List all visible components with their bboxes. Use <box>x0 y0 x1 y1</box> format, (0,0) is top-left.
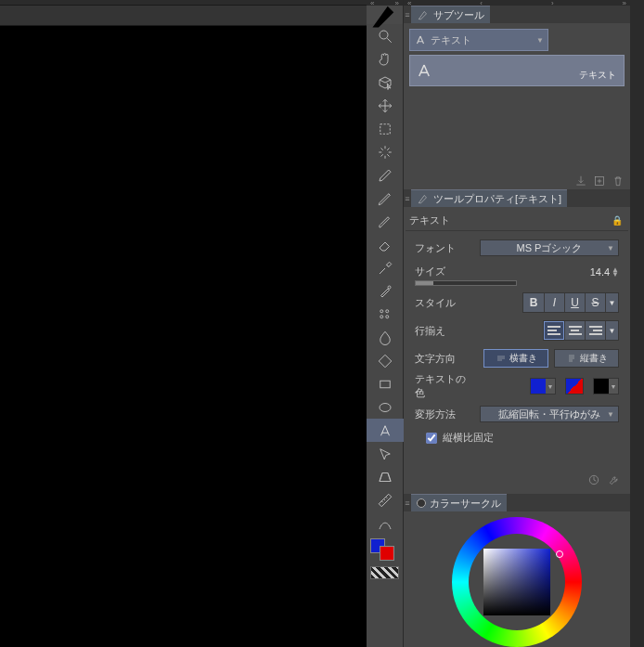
subtool-item-text[interactable]: テキスト <box>409 55 625 86</box>
tool-fill[interactable] <box>367 326 404 349</box>
main-toolbar: «» <box>367 0 404 647</box>
import-icon[interactable] <box>574 175 587 188</box>
tool-property-tab-label: ツールプロパティ[テキスト] <box>433 192 561 206</box>
tool-move[interactable] <box>367 94 404 117</box>
tool-bucket-pattern[interactable] <box>367 303 404 326</box>
chevron-down-icon: ▼ <box>607 244 614 252</box>
italic-button[interactable]: I <box>544 293 564 312</box>
tool-3d-cursor[interactable] <box>367 71 404 94</box>
size-slider[interactable] <box>415 280 517 286</box>
svg-point-2 <box>388 286 391 289</box>
direction-horizontal-button[interactable]: 横書き <box>483 349 548 368</box>
color-circle-tab-label: カラーサークル <box>430 497 501 511</box>
tool-marquee[interactable] <box>367 117 404 140</box>
reset-icon[interactable] <box>587 473 600 486</box>
align-right-button[interactable] <box>585 321 605 340</box>
text-color-black[interactable]: ▼ <box>593 378 619 395</box>
aspect-lock-checkbox[interactable] <box>426 433 437 444</box>
lock-icon[interactable]: 🔒 <box>612 215 623 226</box>
style-label: スタイル <box>415 296 472 310</box>
tool-perspective[interactable] <box>367 465 404 488</box>
size-value[interactable]: 14.4 <box>573 266 610 278</box>
underline-button[interactable]: U <box>564 293 585 312</box>
tool-wand[interactable] <box>367 140 404 163</box>
color-circle-tab[interactable]: カラーサークル <box>411 494 507 511</box>
add-icon[interactable] <box>593 175 606 188</box>
tool-rect[interactable] <box>367 372 404 395</box>
transform-select[interactable]: 拡縮回転・平行ゆがみ ▼ <box>480 406 619 422</box>
canvas-area <box>0 0 367 647</box>
color-swatches[interactable] <box>367 537 403 564</box>
svg-point-4 <box>386 309 389 312</box>
svg-point-3 <box>380 309 383 312</box>
text-color-sub[interactable] <box>565 378 584 395</box>
chevron-down-icon: ▼ <box>607 410 614 419</box>
panel-grip-icon[interactable]: ≡ <box>404 189 411 207</box>
size-stepper[interactable]: ▲▼ <box>612 267 619 277</box>
color-sv-square[interactable] <box>483 549 550 615</box>
svg-point-6 <box>386 315 389 317</box>
align-more-button[interactable]: ▼ <box>605 321 618 340</box>
tool-text[interactable] <box>367 419 404 442</box>
transform-value: 拡縮回転・平行ゆがみ <box>498 408 600 421</box>
font-select[interactable]: MS Pゴシック ▼ <box>480 239 619 256</box>
align-left-button[interactable] <box>544 321 564 340</box>
background-color-swatch[interactable] <box>380 546 394 561</box>
subtool-tab-label: サブツール <box>433 8 484 22</box>
tool-diamond[interactable] <box>367 349 404 372</box>
panel-grip-icon[interactable]: ≡ <box>404 494 411 511</box>
transform-label: 変形方法 <box>415 408 472 421</box>
text-color-main[interactable]: ▼ <box>530 378 556 395</box>
active-tool-indicator <box>367 6 403 24</box>
style-more-button[interactable]: ▼ <box>605 293 618 312</box>
tool-eraser[interactable] <box>367 233 404 256</box>
chevron-down-icon: ▼ <box>536 36 544 45</box>
prop-header-label: テキスト <box>409 214 450 227</box>
tool-property-tab[interactable]: ツールプロパティ[テキスト] <box>411 189 567 207</box>
direction-vertical-button[interactable]: 縦書き <box>554 349 619 368</box>
tool-brush[interactable] <box>367 210 404 233</box>
tool-hand[interactable] <box>367 47 404 71</box>
svg-rect-1 <box>380 123 391 134</box>
subtool-selector[interactable]: テキスト ▼ <box>409 29 548 51</box>
tool-ruler-2[interactable] <box>367 511 404 535</box>
tool-pen[interactable] <box>367 163 404 187</box>
font-value: MS Pゴシック <box>517 241 583 255</box>
align-center-button[interactable] <box>564 321 585 340</box>
tool-pencil[interactable] <box>367 187 404 210</box>
size-label: サイズ <box>415 265 472 278</box>
panel-grip-icon[interactable]: ≡ <box>404 6 411 23</box>
subtool-selector-label: テキスト <box>431 33 471 47</box>
wrench-icon[interactable] <box>608 473 621 486</box>
svg-point-0 <box>380 31 388 39</box>
tool-ruler-1[interactable] <box>367 488 404 511</box>
text-color-label: テキストの色 <box>415 372 472 400</box>
font-label: フォント <box>415 241 472 255</box>
tool-color-mix[interactable] <box>367 279 404 303</box>
align-label: 行揃え <box>415 324 472 338</box>
subtool-item-label: テキスト <box>579 69 616 82</box>
direction-label: 文字方向 <box>415 352 472 366</box>
strike-button[interactable]: S <box>585 293 605 312</box>
canvas-viewport[interactable] <box>0 26 367 647</box>
tool-ellipse[interactable] <box>367 395 404 419</box>
bold-button[interactable]: B <box>523 293 544 312</box>
tool-eyedropper[interactable] <box>367 256 404 279</box>
svg-rect-7 <box>380 381 391 388</box>
aspect-lock-label: 縦横比固定 <box>443 431 494 445</box>
tool-arrow[interactable] <box>367 442 404 465</box>
svg-point-8 <box>380 403 391 411</box>
collapsed-side-panel[interactable] <box>630 0 644 647</box>
hue-marker[interactable] <box>556 550 563 558</box>
color-wheel[interactable] <box>452 517 582 647</box>
radio-icon <box>417 498 426 508</box>
delete-icon[interactable] <box>612 175 625 188</box>
svg-point-5 <box>380 315 383 317</box>
pattern-swatch[interactable] <box>370 566 399 579</box>
subtool-tab[interactable]: サブツール <box>411 6 490 23</box>
